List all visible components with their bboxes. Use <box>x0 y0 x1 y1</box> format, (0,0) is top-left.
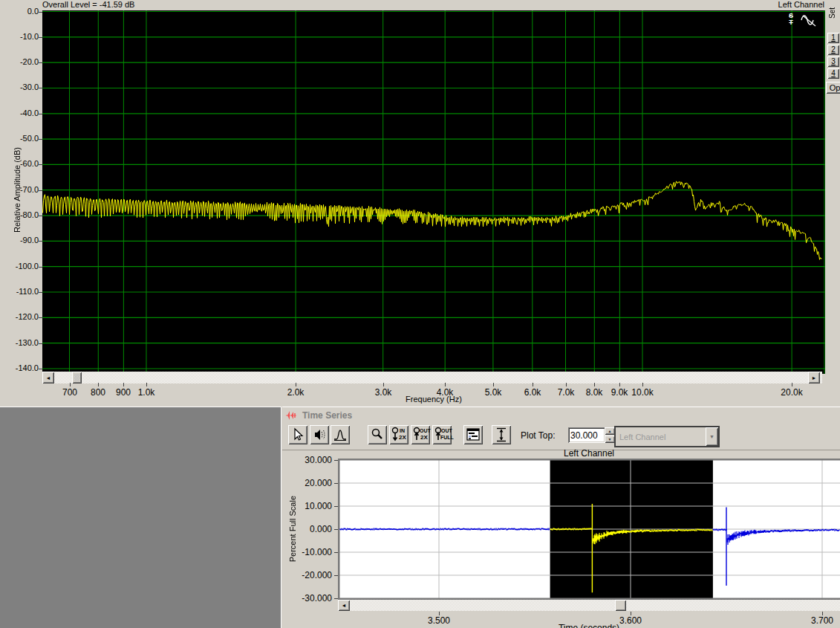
x-tick-mark <box>533 383 533 386</box>
time-series-plot[interactable] <box>338 459 840 600</box>
time-series-y-axis-title: Percent Full Scale <box>287 459 298 600</box>
spectrum-analyzer-window: Overall Level = -41.59 dB Left Channel S… <box>0 0 840 407</box>
peak-curve-button[interactable] <box>331 425 350 444</box>
set-label: Set <box>828 7 839 31</box>
x-tick-mark <box>146 383 147 386</box>
overall-level-readout: Overall Level = -41.59 dB <box>42 0 134 10</box>
x-tick-mark <box>642 383 643 386</box>
y-tick-mark <box>334 575 338 576</box>
y-tick-label: 30.000 <box>305 455 332 465</box>
spectrum-y-axis-title: Relative Amplitude (dB) <box>10 22 23 357</box>
x-tick-mark <box>98 383 99 386</box>
y-tick-label: 0.000 <box>310 524 332 534</box>
zoom-out-2x-button[interactable]: OUT 2X <box>411 425 430 444</box>
cursor-arrow-icon <box>288 425 307 444</box>
y-tick-mark <box>39 292 42 293</box>
zoom-out-full-button[interactable]: OUT FULL <box>432 425 452 444</box>
left-arrow-icon: ◄ <box>46 375 51 381</box>
plot-top-spinner-up[interactable]: ▲ <box>605 427 615 435</box>
time-series-toolbar: IN 2X OUT 2X OUT FULL <box>282 422 840 450</box>
y-tick-label: -10.000 <box>302 547 332 557</box>
y-tick-mark <box>39 164 42 165</box>
chevron-down-icon[interactable]: ▼ <box>706 427 718 446</box>
left-arrow-icon: ◄ <box>342 603 347 608</box>
y-tick-mark <box>39 139 42 140</box>
workspace-background <box>0 407 281 628</box>
x-tick-mark <box>296 383 296 386</box>
x-tick-mark <box>566 383 567 386</box>
channel-select[interactable]: Left Channel ▼ <box>614 426 720 447</box>
preset-1-button[interactable]: 1 <box>827 33 839 43</box>
y-tick-mark <box>39 241 42 242</box>
window-title: Time Series <box>302 410 352 421</box>
x-tick-mark <box>619 383 620 386</box>
x-tick-mark <box>792 383 792 386</box>
down-arrow-icon: ▼ <box>608 437 612 441</box>
vertical-fit-icon <box>492 425 511 444</box>
y-tick-label: 20.000 <box>305 478 332 488</box>
y-tick-mark <box>39 190 42 191</box>
display-options-button[interactable] <box>463 425 483 444</box>
preset-4-button[interactable]: 4 <box>827 68 839 79</box>
thumb-grip <box>74 374 79 381</box>
time-series-window: Time Series <box>281 407 840 628</box>
y-tick-mark <box>334 598 338 599</box>
speaker-icon <box>310 425 329 444</box>
y-tick-mark <box>39 267 42 268</box>
time-series-x-axis-title: Time (seconds) <box>338 623 840 628</box>
options-button[interactable]: Op <box>826 82 840 94</box>
time-series-titlebar[interactable]: Time Series <box>282 408 840 422</box>
preset-3-button[interactable]: 3 <box>827 56 839 67</box>
plot-top-spinner-down[interactable]: ▼ <box>605 436 615 443</box>
preset-2-button[interactable]: 2 <box>827 45 839 55</box>
zoom-tool-button[interactable] <box>368 425 387 444</box>
time-series-h-scrollbar[interactable]: ◄ <box>338 600 840 611</box>
up-arrow-icon: ▲ <box>608 429 612 433</box>
plot-top-input[interactable] <box>568 427 605 443</box>
y-tick-label: 10.000 <box>305 501 332 511</box>
x-tick-mark <box>594 383 595 386</box>
channel-select-value: Left Channel <box>616 433 706 441</box>
y-tick-label: 0.0 <box>27 7 39 16</box>
y-tick-label: -30.000 <box>302 593 332 603</box>
spectrum-channel-label: Left Channel <box>778 0 824 10</box>
x-tick-mark <box>493 383 494 386</box>
y-tick-mark <box>334 552 338 553</box>
x-tick-mark <box>445 383 446 386</box>
scrollbar-thumb[interactable] <box>615 600 626 611</box>
fit-vertical-scale-button[interactable] <box>492 425 511 444</box>
y-tick-mark <box>39 12 42 13</box>
x-tick-mark <box>70 383 71 386</box>
spectrum-x-axis-title: Frequency (Hz) <box>42 395 825 404</box>
y-tick-mark <box>39 216 42 216</box>
scroll-left-button[interactable]: ◄ <box>338 600 350 611</box>
x-tick-mark <box>123 383 124 386</box>
y-tick-mark <box>39 62 42 63</box>
plot-top-label: Plot Top: <box>521 430 555 441</box>
right-arrow-icon: ► <box>812 375 817 381</box>
y-tick-mark <box>39 369 42 369</box>
magnifier-icon <box>368 425 387 444</box>
y-tick-mark <box>39 343 42 344</box>
y-tick-mark <box>334 506 338 507</box>
preset-sidebar: Set 1 2 3 4 Op <box>826 0 840 407</box>
y-tick-mark <box>39 114 42 114</box>
y-tick-mark <box>334 460 338 461</box>
signal-trigger-icon: S T <box>786 13 796 26</box>
play-audio-button[interactable] <box>310 425 329 444</box>
y-tick-label: -20.000 <box>302 570 332 580</box>
y-tick-mark <box>334 529 338 530</box>
time-series-icon <box>285 410 297 421</box>
bell-curve-icon <box>331 425 350 444</box>
y-tick-mark <box>39 37 42 38</box>
zoom-in-2x-button[interactable]: IN 2X <box>389 425 408 444</box>
application: Overall Level = -41.59 dB Left Channel S… <box>0 0 840 628</box>
y-tick-mark <box>39 317 42 318</box>
select-cursor-button[interactable] <box>288 425 307 444</box>
y-tick-mark <box>39 88 42 88</box>
y-tick-mark <box>334 483 338 484</box>
spectrum-plot[interactable] <box>42 10 825 374</box>
y-tick-label: -140.0 <box>16 363 39 372</box>
sine-wave-icon <box>800 13 818 32</box>
options-dialog-icon <box>463 425 483 444</box>
